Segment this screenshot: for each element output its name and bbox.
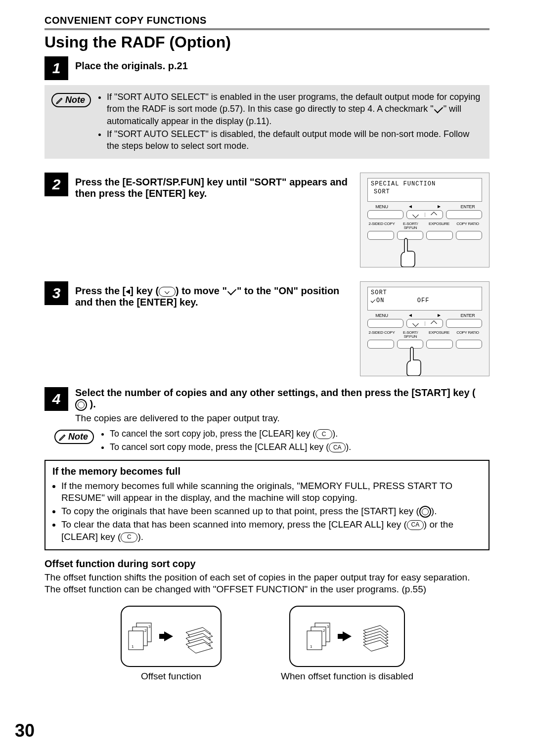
triangle-left-icon: [126, 289, 130, 294]
svg-text:2: 2: [323, 628, 325, 633]
svg-rect-16: [307, 631, 322, 650]
control-panel-illustration: SPECIAL FUNCTION SORT MENU ENTER 2-SIDED…: [360, 173, 490, 267]
pencil-icon: [58, 433, 67, 442]
control-panel-illustration: SORT ON OFF MENU ENTER 2-SIDED COPY: [360, 281, 490, 376]
step-number: 2: [44, 173, 68, 196]
lcd-line: SORT: [371, 188, 479, 196]
step-1: 1 Place the originals. p.21: [44, 56, 490, 80]
label: E-SORT/ SP.FUN: [396, 331, 425, 339]
arrow-left-icon: [396, 205, 425, 209]
note-box-2: Note To cancel the sort copy job, press …: [44, 428, 490, 454]
note-label: Note: [68, 432, 88, 442]
enter-button: [446, 210, 482, 219]
svg-text:2: 2: [144, 628, 147, 633]
aligned-stack-icon: [359, 617, 389, 656]
label: COPY RATIO: [453, 331, 482, 339]
label: EXPOSURE: [425, 222, 453, 230]
key-oval-icon: [159, 287, 176, 297]
label: 2-SIDED COPY: [367, 331, 396, 339]
svg-text:1: 1: [310, 644, 312, 649]
svg-text:1: 1: [132, 644, 134, 649]
offset-figures: 3 2 1 Offset function: [44, 606, 490, 682]
step-text: Press the [E-SORT/SP.FUN] key until "SOR…: [75, 173, 353, 199]
text: To clear the data that has been scanned …: [61, 519, 407, 530]
lcd-line: SORT: [371, 289, 479, 297]
label: MENU: [367, 205, 396, 209]
offset-heading: Offset function during sort copy: [44, 558, 490, 570]
menu-button: [367, 210, 403, 219]
panel-labels: 2-SIDED COPY E-SORT/ SP.FUN EXPOSURE COP…: [360, 222, 489, 230]
lcd-display: SPECIAL FUNCTION SORT: [367, 178, 482, 202]
label: 2-SIDED COPY: [367, 222, 396, 230]
figure-caption: When offset function is disabled: [281, 671, 413, 682]
svg-text:3: 3: [148, 624, 151, 629]
note-bullet: If "SORT AUTO SELECT" is enabled in the …: [107, 91, 483, 127]
checkmark-icon: [371, 298, 376, 303]
text: To cancel sort copy mode, press the [CLE…: [110, 442, 329, 452]
label: ENTER: [453, 205, 482, 209]
label: COPY RATIO: [453, 222, 482, 230]
ratio-button: [456, 340, 483, 349]
menu-button: [367, 319, 403, 328]
exposure-button: [426, 231, 453, 240]
note-badge: Note: [54, 430, 94, 444]
text: If "SORT AUTO SELECT" is enabled in the …: [107, 92, 480, 114]
arrow-left-icon: [396, 313, 425, 318]
svg-text:3: 3: [327, 624, 329, 629]
finger-pointer-icon: [399, 237, 416, 267]
panel-buttons: [360, 209, 489, 222]
pages-stack-icon: 3 2 1: [127, 619, 156, 654]
text: ] key (: [130, 285, 159, 296]
step-4: 4 Select the number of copies and any ot…: [44, 387, 490, 424]
label: EXPOSURE: [425, 331, 453, 339]
nav-button: [406, 319, 443, 328]
enter-button: [446, 319, 482, 328]
label: E-SORT/ SP.FUN: [396, 222, 425, 230]
start-key-icon: [75, 399, 87, 411]
page-title: Using the RADF (Option): [44, 33, 490, 51]
section-header: CONVENIENT COPY FUNCTIONS: [44, 15, 490, 30]
note-bullet: If "SORT AUTO SELECT" is disabled, the d…: [107, 128, 483, 152]
step-2: 2 Press the [E-SORT/SP.FUN] key until "S…: [44, 173, 490, 267]
offset-paragraph: The offset function can be changed with …: [44, 583, 490, 596]
offset-paragraph: The offset function shifts the position …: [44, 572, 490, 584]
clear-key-icon: C: [121, 533, 137, 542]
text: ).: [346, 442, 351, 452]
arrow-right-icon: [343, 631, 352, 641]
panel-buttons: [360, 339, 489, 352]
note-badge: Note: [51, 93, 91, 107]
panel-labels: 2-SIDED COPY E-SORT/ SP.FUN EXPOSURE COP…: [360, 331, 489, 339]
finger-pointer-icon: [405, 346, 422, 376]
clear-key-icon: C: [315, 429, 332, 439]
figure-caption: Offset function: [121, 671, 222, 682]
lcd-line: ON OFF: [371, 297, 479, 305]
note-content: If "SORT AUTO SELECT" is enabled in the …: [98, 91, 483, 153]
figure-offset-off: 3 2 1 When offset function is d: [281, 606, 413, 682]
text: ).: [137, 532, 143, 542]
step-number: 4: [44, 387, 68, 411]
bullet: To clear the data that has been scanned …: [61, 519, 482, 543]
note-bullet: To cancel the sort copy job, press the […: [110, 428, 490, 440]
text: ) to move ": [176, 285, 227, 296]
start-key-icon: [419, 506, 431, 518]
text: OFF: [417, 297, 430, 304]
box-content: If the memory becomes full while scannin…: [52, 480, 482, 543]
lcd-line: SPECIAL FUNCTION: [371, 180, 479, 188]
panel-buttons: [360, 230, 489, 243]
note-box-1: Note If "SORT AUTO SELECT" is enabled in…: [44, 85, 490, 159]
text: Press the [: [75, 285, 126, 296]
checkmark-icon: [227, 286, 236, 295]
bullet: To copy the originals that have been sca…: [61, 505, 482, 518]
label: ENTER: [453, 313, 482, 318]
arrow-right-icon: [164, 631, 173, 641]
step-number: 1: [44, 56, 68, 80]
panel-buttons: [360, 318, 489, 331]
memory-full-box: If the memory becomes full If the memory…: [44, 460, 490, 550]
svg-rect-4: [129, 631, 143, 650]
text: Select the number of copies and any othe…: [75, 387, 476, 398]
label: MENU: [367, 313, 396, 318]
clear-all-key-icon: CA: [329, 443, 346, 452]
arrow-right-icon: [425, 205, 453, 209]
2sided-button: [367, 340, 394, 349]
panel-labels: MENU ENTER: [360, 205, 489, 209]
